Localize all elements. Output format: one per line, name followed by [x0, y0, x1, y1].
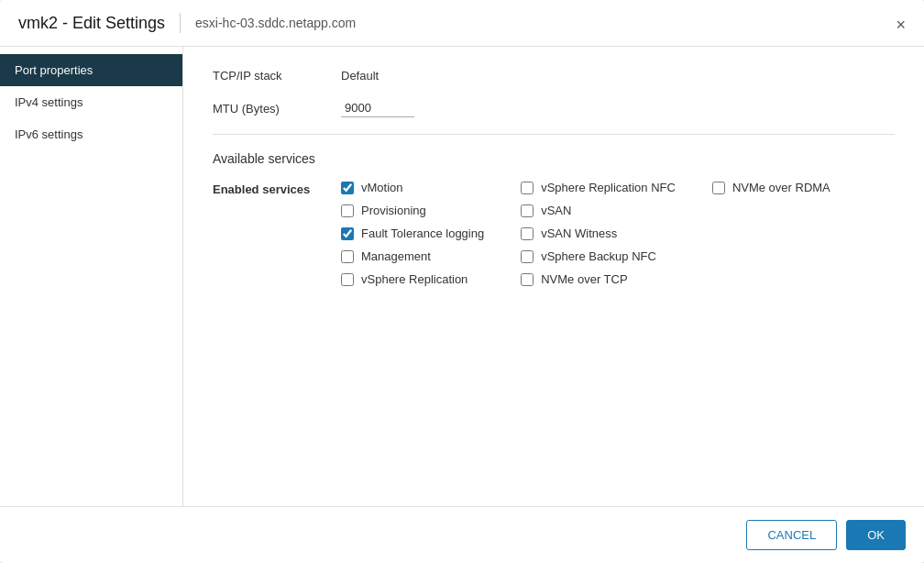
service-provisioning-label: Provisioning: [361, 204, 426, 217]
service-provisioning-checkbox[interactable]: [341, 204, 354, 217]
service-nvme-over-tcp-checkbox[interactable]: [521, 273, 534, 286]
service-nvme-over-rdma-label: NVMe over RDMA: [732, 181, 830, 194]
service-vmotion[interactable]: vMotion: [341, 181, 484, 194]
service-vsan-label: vSAN: [541, 204, 571, 217]
service-vsan[interactable]: vSAN: [521, 204, 676, 217]
service-management-checkbox[interactable]: [341, 250, 354, 263]
sidebar-item-port-properties[interactable]: Port properties: [0, 54, 182, 86]
tcp-ip-stack-row: TCP/IP stack Default: [213, 69, 895, 83]
service-vsan-checkbox[interactable]: [521, 204, 534, 217]
service-vsphere-replication-nfc-label: vSphere Replication NFC: [541, 181, 676, 194]
dialog: vmk2 - Edit Settings esxi-hc-03.sddc.net…: [0, 0, 924, 563]
service-management[interactable]: Management: [341, 249, 484, 263]
tcp-ip-stack-value: Default: [341, 69, 379, 83]
dialog-subtitle: esxi-hc-03.sddc.netapp.com: [195, 16, 356, 30]
dialog-title: vmk2 - Edit Settings: [18, 14, 165, 33]
header-divider: [180, 13, 181, 33]
service-vsphere-replication-nfc[interactable]: vSphere Replication NFC: [521, 181, 676, 194]
mtu-row: MTU (Bytes): [213, 99, 895, 117]
sidebar-item-ipv6-settings[interactable]: IPv6 settings: [0, 118, 182, 150]
section-separator: [213, 134, 895, 135]
service-vsphere-replication-checkbox[interactable]: [341, 273, 354, 286]
cancel-button[interactable]: CANCEL: [746, 520, 837, 550]
services-container: Enabled services vMotion Provisioning: [213, 181, 895, 286]
content-area: TCP/IP stack Default MTU (Bytes) Availab…: [183, 47, 924, 506]
services-columns: vMotion Provisioning Fault Tolerance log…: [341, 181, 830, 286]
service-vsphere-backup-nfc-checkbox[interactable]: [521, 250, 534, 263]
service-fault-tolerance[interactable]: Fault Tolerance logging: [341, 226, 484, 240]
dialog-footer: CANCEL OK: [0, 506, 924, 563]
service-nvme-over-tcp[interactable]: NVMe over TCP: [521, 272, 676, 286]
services-col-2: vSphere Replication NFC vSAN vSAN Witnes…: [521, 181, 676, 286]
service-management-label: Management: [361, 249, 431, 263]
close-button[interactable]: ×: [892, 13, 909, 37]
mtu-label: MTU (Bytes): [213, 102, 341, 116]
sidebar-item-ipv4-settings[interactable]: IPv4 settings: [0, 86, 182, 118]
service-vsphere-replication-nfc-checkbox[interactable]: [521, 182, 534, 194]
service-vsphere-backup-nfc-label: vSphere Backup NFC: [541, 249, 656, 263]
service-vsan-witness[interactable]: vSAN Witness: [521, 226, 676, 240]
service-vsphere-backup-nfc[interactable]: vSphere Backup NFC: [521, 249, 676, 263]
services-col-1: vMotion Provisioning Fault Tolerance log…: [341, 181, 484, 286]
service-provisioning[interactable]: Provisioning: [341, 204, 484, 217]
service-nvme-over-tcp-label: NVMe over TCP: [541, 272, 627, 286]
services-col-3: NVMe over RDMA: [712, 181, 830, 286]
enabled-services-label: Enabled services: [213, 181, 341, 286]
dialog-header: vmk2 - Edit Settings esxi-hc-03.sddc.net…: [0, 0, 924, 47]
service-vsphere-replication[interactable]: vSphere Replication: [341, 272, 484, 286]
service-vmotion-label: vMotion: [361, 181, 403, 194]
dialog-body: Port properties IPv4 settings IPv6 setti…: [0, 47, 924, 506]
available-services-title: Available services: [213, 151, 895, 166]
service-nvme-over-rdma-checkbox[interactable]: [712, 182, 725, 194]
service-fault-tolerance-checkbox[interactable]: [341, 227, 354, 240]
service-vsan-witness-label: vSAN Witness: [541, 226, 617, 240]
service-vmotion-checkbox[interactable]: [341, 182, 354, 194]
tcp-ip-stack-label: TCP/IP stack: [213, 69, 341, 83]
mtu-input[interactable]: [341, 99, 414, 117]
service-vsphere-replication-label: vSphere Replication: [361, 272, 468, 286]
ok-button[interactable]: OK: [846, 520, 906, 550]
service-fault-tolerance-label: Fault Tolerance logging: [361, 226, 484, 240]
service-nvme-over-rdma[interactable]: NVMe over RDMA: [712, 181, 830, 194]
sidebar: Port properties IPv4 settings IPv6 setti…: [0, 47, 183, 506]
service-vsan-witness-checkbox[interactable]: [521, 227, 534, 240]
